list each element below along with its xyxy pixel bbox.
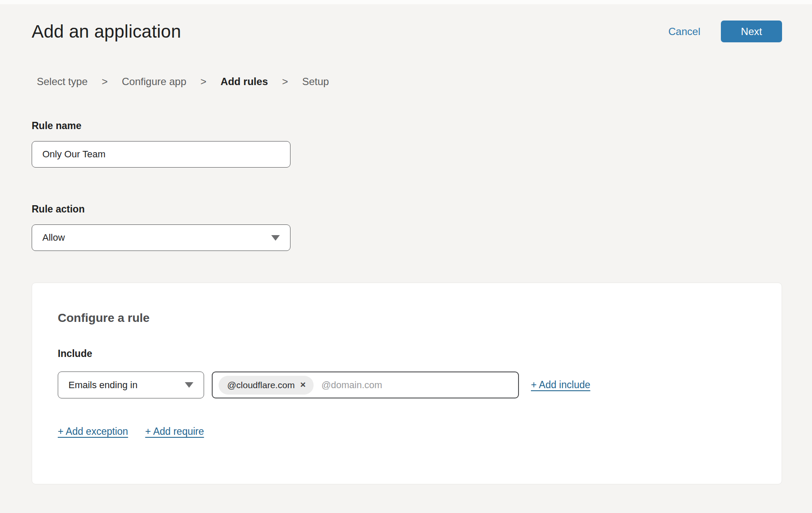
cancel-button[interactable]: Cancel: [668, 26, 700, 38]
rule-action-select[interactable]: Allow: [32, 224, 290, 251]
include-criteria-select[interactable]: Emails ending in: [58, 371, 204, 398]
breadcrumb-step-select-type[interactable]: Select type: [37, 76, 88, 88]
topbar: Add an application Cancel Next: [32, 21, 782, 42]
add-exception-link[interactable]: + Add exception: [58, 426, 128, 437]
top-strip: [0, 0, 812, 4]
configure-rule-title: Configure a rule: [58, 311, 756, 325]
email-domain-chip-label: @cloudflare.com: [227, 380, 295, 390]
breadcrumb: Select type > Configure app > Add rules …: [37, 76, 782, 88]
chevron-down-icon: [185, 382, 193, 388]
rule-action-label: Rule action: [32, 203, 782, 215]
next-button[interactable]: Next: [721, 21, 782, 42]
rule-name-field: Rule name: [32, 120, 782, 168]
chevron-down-icon: [271, 235, 280, 241]
breadcrumb-step-add-rules[interactable]: Add rules: [221, 76, 268, 88]
rule-action-selected-value: Allow: [42, 232, 65, 243]
breadcrumb-separator: >: [282, 76, 288, 88]
email-domain-chip: @cloudflare.com ✕: [219, 376, 314, 395]
rule-name-label: Rule name: [32, 120, 782, 132]
remove-chip-icon[interactable]: ✕: [300, 381, 306, 389]
rule-links-row: + Add exception + Add require: [58, 426, 756, 437]
breadcrumb-step-configure-app[interactable]: Configure app: [122, 76, 187, 88]
email-domain-text-input[interactable]: [321, 380, 512, 391]
configure-rule-card: Configure a rule Include Emails ending i…: [32, 283, 782, 484]
breadcrumb-separator: >: [102, 76, 108, 88]
breadcrumb-separator: >: [201, 76, 207, 88]
add-require-link[interactable]: + Add require: [145, 426, 204, 437]
rule-action-field: Rule action Allow: [32, 203, 782, 251]
email-domains-input[interactable]: @cloudflare.com ✕: [212, 371, 519, 398]
add-application-page: Add an application Cancel Next Select ty…: [0, 4, 812, 484]
include-rule-row: Emails ending in @cloudflare.com ✕ + Add…: [58, 371, 756, 398]
include-label: Include: [58, 348, 756, 360]
page-title: Add an application: [32, 21, 181, 42]
rule-name-input[interactable]: [32, 141, 290, 168]
add-include-link[interactable]: + Add include: [531, 379, 590, 391]
topbar-actions: Cancel Next: [668, 21, 782, 42]
include-criteria-selected-value: Emails ending in: [68, 380, 137, 391]
breadcrumb-step-setup[interactable]: Setup: [302, 76, 329, 88]
